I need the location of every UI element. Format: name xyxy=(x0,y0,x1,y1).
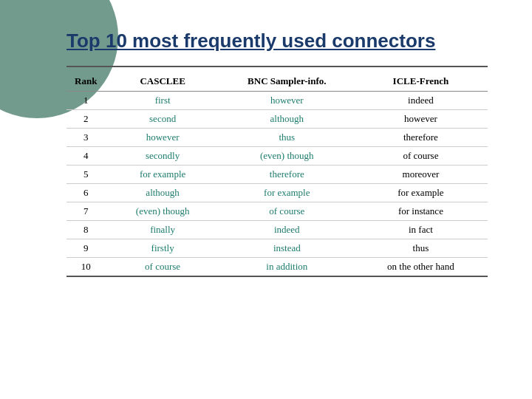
table-header-row: Rank CASCLEE BNC Sampler-info. ICLE-Fren… xyxy=(66,72,488,92)
table-row: 2secondalthoughhowever xyxy=(66,110,488,129)
table-cell: firstly xyxy=(106,239,220,258)
table-cell: of course xyxy=(106,258,220,277)
table-cell: finally xyxy=(106,221,220,239)
table-cell: 9 xyxy=(66,239,106,258)
table-cell: indeed xyxy=(354,92,488,110)
table-cell: 1 xyxy=(66,92,106,110)
table-row: 9firstlyinsteadthus xyxy=(66,239,488,258)
title-divider xyxy=(66,66,488,67)
table-cell: on the other hand xyxy=(354,258,488,277)
table-cell: in fact xyxy=(354,221,488,239)
table-cell: (even) though xyxy=(106,202,220,221)
table-cell: therefore xyxy=(354,129,488,147)
header-bnc: BNC Sampler-info. xyxy=(220,72,354,92)
table-cell: first xyxy=(106,92,220,110)
table-cell: in addition xyxy=(220,258,354,277)
table-row: 10of coursein additionon the other hand xyxy=(66,258,488,277)
table-cell: 5 xyxy=(66,166,106,184)
table-cell: for example xyxy=(354,184,488,202)
table-row: 1firsthoweverindeed xyxy=(66,92,488,110)
table-cell: for example xyxy=(220,184,354,202)
table-cell: 4 xyxy=(66,147,106,166)
table-cell: although xyxy=(220,110,354,129)
table-row: 7(even) thoughof coursefor instance xyxy=(66,202,488,221)
table-cell: 10 xyxy=(66,258,106,277)
connectors-table: Rank CASCLEE BNC Sampler-info. ICLE-Fren… xyxy=(66,72,488,277)
table-row: 8finallyindeedin fact xyxy=(66,221,488,239)
table-cell: however xyxy=(220,92,354,110)
table-cell: of course xyxy=(220,202,354,221)
table-row: 3howeverthustherefore xyxy=(66,129,488,147)
table-cell: 3 xyxy=(66,129,106,147)
table-cell: 6 xyxy=(66,184,106,202)
page-title: Top 10 most frequently used connectors xyxy=(66,30,488,52)
table-cell: instead xyxy=(220,239,354,258)
table-cell: of course xyxy=(354,147,488,166)
header-rank: Rank xyxy=(66,72,106,92)
table-cell: 8 xyxy=(66,221,106,239)
header-casclee: CASCLEE xyxy=(106,72,220,92)
table-cell: secondly xyxy=(106,147,220,166)
table-cell: 7 xyxy=(66,202,106,221)
table-cell: second xyxy=(106,110,220,129)
table-cell: however xyxy=(106,129,220,147)
table-cell: although xyxy=(106,184,220,202)
table-cell: therefore xyxy=(220,166,354,184)
table-cell: (even) though xyxy=(220,147,354,166)
table-cell: indeed xyxy=(220,221,354,239)
table-cell: moreover xyxy=(354,166,488,184)
main-content: Top 10 most frequently used connectors R… xyxy=(0,0,532,292)
header-icle: ICLE-French xyxy=(354,72,488,92)
table-row: 5for examplethereforemoreover xyxy=(66,166,488,184)
table-row: 4secondly(even) thoughof course xyxy=(66,147,488,166)
table-cell: thus xyxy=(354,239,488,258)
table-cell: 2 xyxy=(66,110,106,129)
table-cell: for instance xyxy=(354,202,488,221)
table-cell: however xyxy=(354,110,488,129)
table-cell: thus xyxy=(220,129,354,147)
table-row: 6althoughfor examplefor example xyxy=(66,184,488,202)
table-cell: for example xyxy=(106,166,220,184)
